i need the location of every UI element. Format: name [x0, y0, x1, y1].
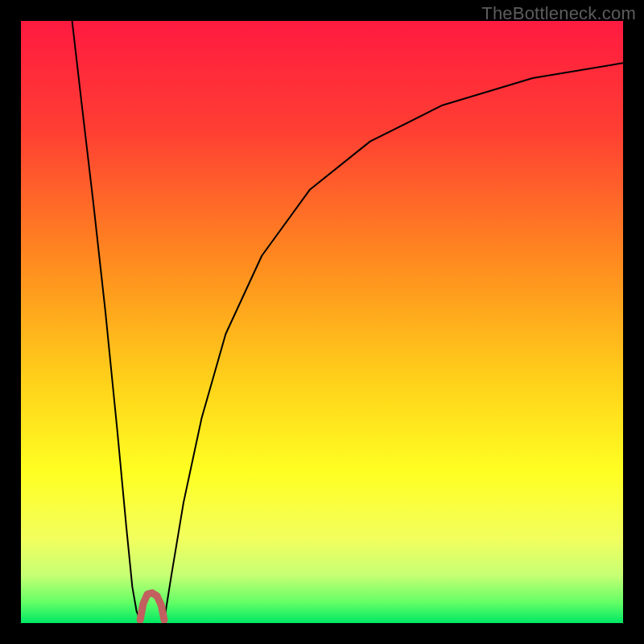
chart-frame: TheBottleneck.com — [0, 0, 644, 644]
gradient-background — [21, 21, 623, 623]
watermark-text: TheBottleneck.com — [481, 3, 636, 24]
bottleneck-chart — [21, 21, 623, 623]
